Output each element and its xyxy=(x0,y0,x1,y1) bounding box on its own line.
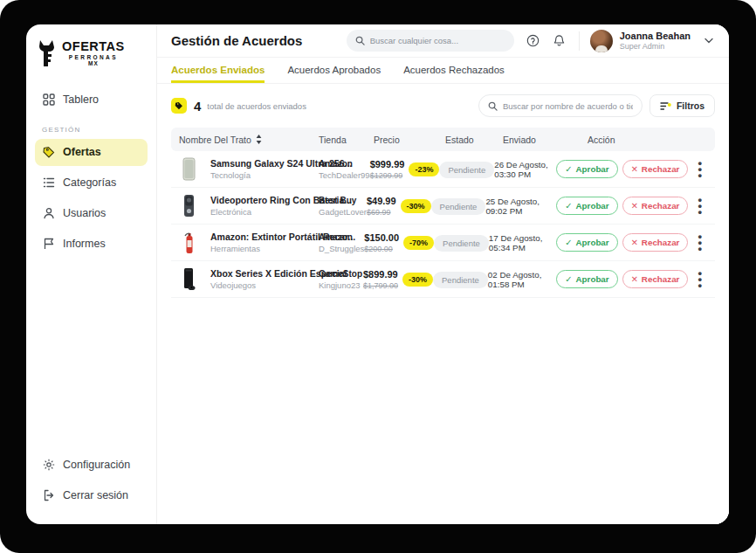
chevron-down-icon[interactable] xyxy=(704,38,713,44)
page-title: Gestión de Acuerdos xyxy=(171,33,347,48)
table-row: Xbox Series X Edición Especial Videojueg… xyxy=(171,261,715,298)
brand-logo: OFERTAS PERRONAS MX xyxy=(35,38,148,79)
brand-text: OFERTAS PERRONAS MX xyxy=(62,40,125,67)
device-frame: OFERTAS PERRONAS MX Tablero GESTIÓN O xyxy=(0,0,756,553)
sort-icon[interactable] xyxy=(256,135,262,144)
deal-name: Amazon: Extintor Portátil Recar... xyxy=(210,232,319,242)
reject-button-label: Rechazar xyxy=(642,274,680,284)
gear-icon xyxy=(42,458,55,471)
seller-name: TechDealer99 xyxy=(319,170,370,180)
sidebar-section-label: GESTIÓN xyxy=(35,117,148,139)
tab-bar: Acuerdos Enviados Acuerdos Aprobados Acu… xyxy=(157,58,729,84)
top-header: Gestión de Acuerdos J xyxy=(157,24,729,58)
dog-icon xyxy=(38,40,58,66)
deals-count: 4 xyxy=(194,99,201,114)
flag-icon xyxy=(42,238,55,251)
deal-category: Herramientas xyxy=(210,244,319,253)
phone-product-icon xyxy=(179,157,198,181)
filter-icon xyxy=(660,101,671,111)
table-search[interactable] xyxy=(478,94,643,117)
row-menu-icon[interactable]: ••• xyxy=(692,233,707,252)
row-menu-icon[interactable]: ••• xyxy=(692,270,707,288)
store-name: Best Buy xyxy=(319,196,367,205)
table-row: Amazon: Extintor Portátil Recar... Herra… xyxy=(171,225,715,261)
deal-price: $899.99 xyxy=(363,269,398,280)
deal-price: $999.99 xyxy=(370,159,405,169)
deal-category: Tecnología xyxy=(210,170,319,180)
approve-button[interactable]: ✓ Aprobar xyxy=(556,233,617,252)
status-badge: Pendiente xyxy=(434,235,489,252)
sidebar-item-ofertas[interactable]: Ofertas xyxy=(35,139,148,166)
check-icon: ✓ xyxy=(565,238,572,247)
sidebar-spacer xyxy=(35,261,148,452)
filters-button-label: Filtros xyxy=(677,100,704,111)
reject-button-label: Rechazar xyxy=(642,201,680,211)
deal-category: Electrónica xyxy=(210,207,319,217)
discount-badge: -23% xyxy=(409,162,439,176)
user-name: Joanna Beahan xyxy=(620,31,691,42)
column-header-accion: Acción xyxy=(588,135,707,145)
tab-acuerdos-enviados[interactable]: Acuerdos Enviados xyxy=(171,58,265,83)
search-icon xyxy=(355,36,365,45)
sidebar-item-tablero[interactable]: Tablero xyxy=(35,86,148,114)
sidebar-item-label: Informes xyxy=(63,238,106,250)
table-search-input[interactable] xyxy=(503,101,633,111)
global-search[interactable] xyxy=(347,30,514,52)
sidebar-item-configuracion[interactable]: Configuración xyxy=(35,451,148,478)
avatar xyxy=(590,30,613,52)
status-badge: Pendiente xyxy=(431,198,486,215)
seller-name: D_Struggles xyxy=(319,244,364,253)
sidebar-item-categorias[interactable]: Categorías xyxy=(35,169,148,197)
table-row: Samsung Galaxy S24 Ultra 256... Tecnolog… xyxy=(171,151,715,188)
reject-button-label: Rechazar xyxy=(642,164,680,174)
reject-button[interactable]: ✕ Rechazar xyxy=(622,270,689,288)
brand-line1: OFERTAS xyxy=(62,40,125,53)
deal-category: Videojuegos xyxy=(210,280,319,290)
x-icon: ✕ xyxy=(631,274,638,284)
sent-date: 17 De Agosto, 05:34 PM xyxy=(489,233,556,252)
approve-button[interactable]: ✓ Aprobar xyxy=(556,270,617,288)
app-window: OFERTAS PERRONAS MX Tablero GESTIÓN O xyxy=(26,24,729,524)
sidebar-item-label: Categorías xyxy=(63,176,116,189)
brand-line3: MX xyxy=(88,61,99,67)
approve-button[interactable]: ✓ Aprobar xyxy=(556,160,617,178)
deal-old-price: $200.00 xyxy=(364,245,399,253)
sidebar: OFERTAS PERRONAS MX Tablero GESTIÓN O xyxy=(26,24,157,524)
sidebar-item-usuarios[interactable]: Usuarios xyxy=(35,200,148,227)
sent-date: 02 De Agosto, 01:58 PM xyxy=(488,270,556,289)
console-product-icon xyxy=(179,267,198,291)
column-header-estado: Estado xyxy=(445,135,503,145)
deal-price: $49.99 xyxy=(367,196,396,206)
approve-button-label: Aprobar xyxy=(576,201,609,211)
column-header-tienda: Tienda xyxy=(319,135,374,145)
help-icon[interactable] xyxy=(526,34,540,48)
filters-button[interactable]: Filtros xyxy=(649,94,715,117)
reject-button[interactable]: ✕ Rechazar xyxy=(622,197,689,215)
reject-button[interactable]: ✕ Rechazar xyxy=(622,160,689,178)
global-search-input[interactable] xyxy=(370,36,505,45)
approve-button-label: Aprobar xyxy=(576,238,609,247)
header-divider xyxy=(579,31,580,51)
sidebar-item-cerrar-sesion[interactable]: Cerrar sesión xyxy=(35,481,148,508)
column-header-enviado: Enviado xyxy=(503,135,588,145)
tab-content: 4 total de acuerdos enviados xyxy=(157,84,729,524)
tab-acuerdos-rechazados[interactable]: Acuerdos Rechazados xyxy=(403,58,505,83)
user-profile[interactable]: Joanna Beahan Super Admin xyxy=(590,30,713,52)
deal-price: $150.00 xyxy=(364,232,399,243)
reject-button[interactable]: ✕ Rechazar xyxy=(622,233,689,252)
approve-button-label: Aprobar xyxy=(576,274,609,284)
sent-date: 25 De Agosto, 09:02 PM xyxy=(485,197,556,216)
grid-icon xyxy=(42,93,55,107)
deal-name: Xbox Series X Edición Especial xyxy=(210,268,319,279)
sidebar-item-informes[interactable]: Informes xyxy=(35,231,148,258)
sidebar-item-label: Ofertas xyxy=(63,146,101,158)
approve-button[interactable]: ✓ Aprobar xyxy=(556,197,617,215)
status-badge: Pendiente xyxy=(433,272,488,288)
seller-name: Kingjuno23 xyxy=(319,280,363,290)
check-icon: ✓ xyxy=(565,164,572,174)
row-menu-icon[interactable]: ••• xyxy=(692,197,707,215)
tab-acuerdos-aprobados[interactable]: Acuerdos Aprobados xyxy=(287,58,381,83)
bell-icon[interactable] xyxy=(553,34,567,48)
row-menu-icon[interactable]: ••• xyxy=(692,160,707,178)
list-icon xyxy=(42,176,55,190)
